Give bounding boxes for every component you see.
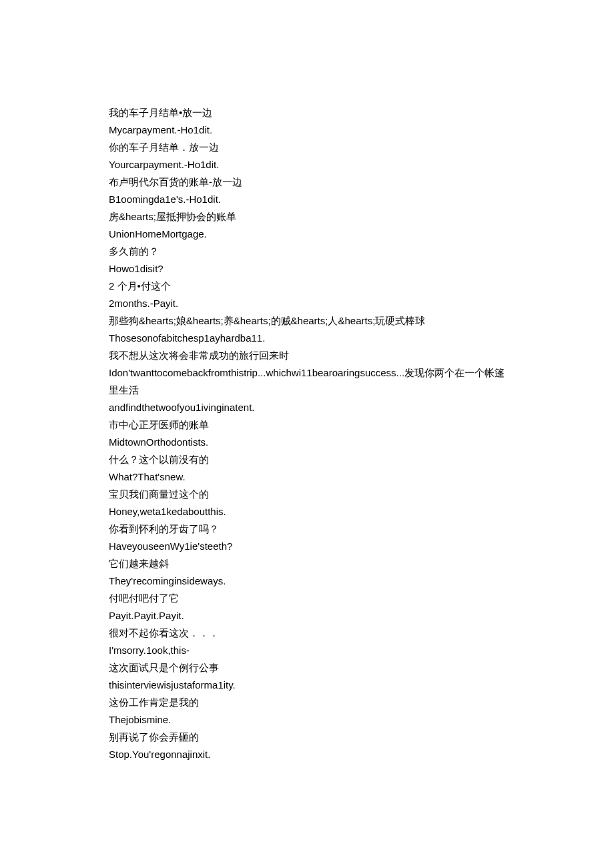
text-line: I'msorry.1ook,this-	[109, 642, 505, 659]
text-line: 多久前的？	[109, 243, 505, 260]
text-line: UnionHomeMortgage.	[109, 226, 505, 243]
text-line: andfindthetwoofyou1ivinginatent.	[109, 399, 505, 416]
text-line: MidtownOrthodontists.	[109, 434, 505, 451]
text-line: 我不想从这次将会非常成功的旅行回来时	[109, 347, 505, 364]
text-line: 那些狗&hearts;娘&hearts;养&hearts;的贼&hearts;人…	[109, 312, 505, 330]
text-line: thisinterviewisjustaforma1ity.	[109, 677, 505, 694]
text-line: Stop.You'regonnajinxit.	[109, 746, 505, 763]
text-line: 这次面试只是个例行公事	[109, 659, 505, 677]
text-line: 付吧付吧付了它	[109, 590, 505, 607]
text-line: 别再说了你会弄砸的	[109, 729, 505, 746]
text-line: 这份工作肯定是我的	[109, 694, 505, 711]
text-line: 很对不起你看这次．．．	[109, 624, 505, 642]
text-line: 布卢明代尔百货的账单-放一边	[109, 173, 505, 191]
text-line: They'recominginsideways.	[109, 572, 505, 590]
text-line: 我的车子月结单•放一边	[109, 104, 505, 121]
text-line: Idon'twanttocomebackfromthistrip...which…	[109, 364, 505, 399]
text-line: Thosesonofabitchesp1ayhardba11.	[109, 330, 505, 347]
text-line: 市中心正牙医师的账单	[109, 416, 505, 434]
text-line: HaveyouseenWy1ie'steeth?	[109, 538, 505, 555]
text-line: 2 个月•付这个	[109, 278, 505, 295]
document-page: 我的车子月结单•放一边 Mycarpayment.-Ho1dit. 你的车子月结…	[0, 0, 614, 868]
text-line: B1oomingda1e's.-Ho1dit.	[109, 191, 505, 208]
text-line: 它们越来越斜	[109, 555, 505, 572]
text-line: Mycarpayment.-Ho1dit.	[109, 121, 505, 139]
text-line: 房&hearts;屋抵押协会的账单	[109, 208, 505, 226]
text-line: What?That'snew.	[109, 468, 505, 486]
text-line: 你看到怀利的牙齿了吗？	[109, 520, 505, 538]
text-line: Yourcarpayment.-Ho1dit.	[109, 156, 505, 173]
text-line: Thejobismine.	[109, 711, 505, 729]
text-line: 你的车子月结单．放一边	[109, 139, 505, 156]
text-line: Payit.Payit.Payit.	[109, 607, 505, 624]
text-line: Honey,weta1kedaboutthis.	[109, 503, 505, 520]
text-line: 什么？这个以前没有的	[109, 451, 505, 468]
text-line: 宝贝我们商量过这个的	[109, 486, 505, 503]
text-line: Howo1disit?	[109, 260, 505, 278]
text-line: 2months.-Payit.	[109, 295, 505, 312]
